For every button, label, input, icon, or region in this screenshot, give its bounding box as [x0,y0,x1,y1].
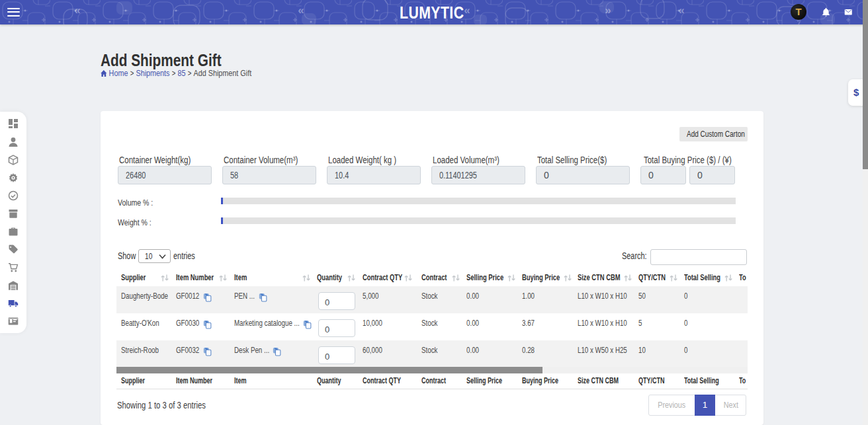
svg-text:«: « [74,4,80,17]
svg-text:«: « [464,4,470,17]
svg-text:»: » [605,4,611,17]
svg-text:«: « [678,4,684,17]
svg-text:«: « [298,4,304,17]
